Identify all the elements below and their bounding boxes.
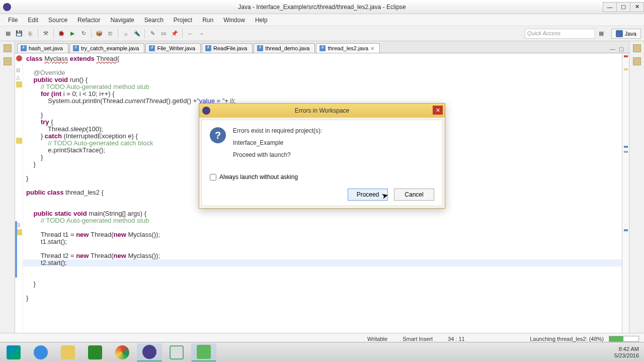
build-icon[interactable]: ⚒	[41, 29, 51, 39]
folder-icon	[61, 345, 75, 359]
new-class-icon[interactable]: ©	[105, 29, 115, 39]
java-file-icon	[205, 45, 211, 51]
store-icon	[88, 345, 102, 359]
windows-icon	[7, 345, 21, 359]
clock-time: 8:42 AM	[614, 346, 639, 352]
hierarchy-icon[interactable]	[4, 57, 12, 65]
outline-icon[interactable]	[633, 44, 641, 52]
tab-label: try_catch_example.java	[81, 45, 139, 51]
always-launch-checkbox[interactable]: Always launch without asking	[210, 173, 434, 180]
java-perspective-button[interactable]: Java	[611, 29, 641, 39]
info-overview-icon[interactable]	[624, 146, 628, 148]
save-all-icon[interactable]: ⎘	[25, 29, 35, 39]
tab-label: hash_set.java	[29, 45, 63, 51]
cancel-button[interactable]: Cancel	[394, 189, 434, 201]
open-perspective-icon[interactable]: ▦	[596, 29, 606, 39]
change-bar	[15, 221, 17, 278]
tab-label: File_Writer.java	[157, 45, 195, 51]
pin-icon[interactable]: 📌	[170, 29, 180, 39]
menu-file[interactable]: File	[3, 16, 23, 25]
codeblocks-button[interactable]	[164, 343, 189, 361]
system-clock[interactable]: 8:42 AM 5/23/2016	[614, 346, 644, 359]
proceed-button[interactable]: Proceed	[348, 189, 388, 201]
codeblocks-icon	[170, 345, 184, 359]
fold-icon[interactable]: ⊟	[16, 67, 22, 73]
dialog-close-icon[interactable]: ✕	[433, 106, 443, 115]
left-trim	[0, 41, 15, 333]
save-icon[interactable]: 💾	[14, 29, 24, 39]
search-icon[interactable]: 🔦	[132, 29, 142, 39]
menu-window[interactable]: Window	[218, 16, 250, 25]
override-marker-icon[interactable]: △	[16, 74, 22, 80]
forward-icon[interactable]: →	[196, 29, 206, 39]
minimize-button[interactable]: —	[603, 2, 617, 12]
close-button[interactable]: ✕	[630, 2, 644, 12]
new-package-icon[interactable]: 📦	[94, 29, 104, 39]
window-controls: — ▢ ✕	[603, 2, 644, 12]
checkbox-label: Always launch without asking	[219, 173, 298, 180]
menu-edit[interactable]: Edit	[23, 16, 43, 25]
error-marker-icon[interactable]	[16, 55, 22, 61]
quick-access-input[interactable]: Quick Access	[525, 29, 595, 39]
chrome-button[interactable]	[110, 343, 135, 361]
start-button[interactable]	[1, 343, 26, 361]
menu-run[interactable]: Run	[197, 16, 218, 25]
tab-read-file[interactable]: ReadFile.java	[202, 43, 253, 53]
progress-bar[interactable]	[609, 336, 639, 342]
tasks-icon[interactable]	[633, 57, 641, 65]
warning-overview-icon[interactable]	[624, 68, 628, 70]
open-type-icon[interactable]: ⌕	[121, 29, 131, 39]
store-button[interactable]	[83, 343, 108, 361]
dialog-buttons: Proceed Cancel	[210, 189, 434, 201]
eclipse-button[interactable]	[137, 343, 162, 361]
minimize-view-icon[interactable]: —	[610, 46, 617, 53]
warning-marker-icon[interactable]	[16, 81, 22, 87]
dialog-line3: Proceed with launch?	[233, 151, 322, 158]
tab-file-writer[interactable]: File_Writer.java	[145, 43, 201, 53]
chrome-icon	[115, 345, 129, 359]
menubar: File Edit Source Refactor Navigate Searc…	[0, 14, 644, 26]
new-icon[interactable]: ▦	[3, 29, 13, 39]
package-explorer-icon[interactable]	[4, 44, 12, 52]
ie-button[interactable]	[28, 343, 53, 361]
menu-project[interactable]: Project	[169, 16, 197, 25]
menu-navigate[interactable]: Navigate	[105, 16, 139, 25]
toggle-icon[interactable]: ▭	[158, 29, 169, 39]
run-last-icon[interactable]: ↻	[78, 29, 89, 39]
dialog-body: ? Errors exist in required project(s): I…	[201, 120, 443, 206]
java-file-icon	[319, 45, 326, 51]
dialog-text: Errors exist in required project(s): Int…	[233, 127, 322, 163]
window-title: Java - Interface_Example/src/thread/thre…	[238, 4, 406, 11]
maximize-view-icon[interactable]: ▢	[619, 46, 626, 53]
mark-icon[interactable]: ✎	[147, 29, 157, 39]
run-icon[interactable]: ▶	[67, 29, 77, 39]
close-tab-icon[interactable]: ✕	[370, 46, 374, 51]
annotation-ruler: ⊟ △ ⊟	[15, 53, 23, 333]
dialog-line2: Interface_Example	[233, 139, 322, 146]
task-overview-icon[interactable]	[624, 151, 628, 153]
error-overview-icon[interactable]	[624, 55, 628, 57]
clock-date: 5/23/2016	[614, 352, 639, 359]
back-icon[interactable]: ←	[185, 29, 195, 39]
right-trim	[629, 41, 644, 333]
menu-search[interactable]: Search	[139, 16, 169, 25]
debug-icon[interactable]: 🐞	[56, 29, 66, 39]
ie-icon	[34, 345, 48, 359]
eclipse-taskbar-icon	[142, 345, 156, 359]
tab-thread-demo[interactable]: thread_demo.java	[254, 43, 315, 53]
warning-marker-icon[interactable]	[16, 138, 22, 144]
camtasia-button[interactable]	[191, 343, 216, 361]
tab-try-catch[interactable]: try_catch_example.java	[69, 43, 145, 53]
maximize-button[interactable]: ▢	[616, 2, 630, 12]
tab-thread-les2[interactable]: thread_les2.java✕	[316, 43, 380, 53]
checkbox-input[interactable]	[210, 174, 216, 180]
info-overview-icon[interactable]	[624, 229, 628, 231]
explorer-button[interactable]	[55, 343, 80, 361]
java-file-icon	[257, 45, 263, 51]
overview-ruler[interactable]	[622, 53, 629, 333]
tab-hash-set[interactable]: hash_set.java	[17, 43, 68, 53]
menu-source[interactable]: Source	[43, 16, 72, 25]
menu-refactor[interactable]: Refactor	[72, 16, 105, 25]
menu-help[interactable]: Help	[250, 16, 273, 25]
dialog-titlebar[interactable]: Errors in Workspace ✕	[199, 104, 445, 118]
